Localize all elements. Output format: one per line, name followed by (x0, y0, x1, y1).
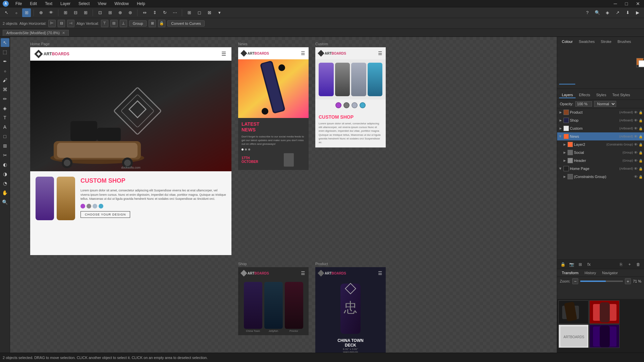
layer-homepage-sub[interactable]: ▶ (Constraints Group) 👁 🔒 (557, 173, 644, 181)
zoom-tool[interactable]: 🔍 (1, 198, 9, 206)
layer-arrow-shop[interactable]: ▶ (558, 118, 562, 122)
layer-camera-btn[interactable]: 📷 (568, 261, 575, 268)
menu-select[interactable]: Select (77, 1, 91, 7)
layer-group-btn[interactable]: ⊞ (577, 261, 584, 268)
artboard-tool[interactable]: ⬚ (1, 48, 9, 56)
thumb-2[interactable] (589, 300, 620, 324)
custom-hamburger[interactable]: ☰ (378, 51, 382, 56)
guides-btn[interactable]: ⊟ (71, 8, 80, 17)
layer-custom[interactable]: ▶ Custom (Artboard) 👁 🔒 (557, 124, 644, 132)
menu-view[interactable]: View (96, 1, 108, 7)
shadow-tool[interactable]: ◔ (1, 179, 9, 188)
layer-lock-homepage-sub[interactable]: 🔒 (639, 175, 643, 179)
pencil-tool[interactable]: ✏ (1, 95, 9, 103)
layer-eye-news[interactable]: 👁 (634, 134, 638, 138)
crop-tool[interactable]: ✂ (1, 151, 9, 160)
grid-btn[interactable]: ⊞ (61, 8, 70, 17)
dot2[interactable] (245, 148, 247, 150)
zoom-out-btn[interactable]: − (572, 278, 578, 284)
product-sm-hamburger[interactable]: ☰ (378, 270, 382, 276)
menu-layer[interactable]: Layer (59, 1, 72, 7)
swatch-teal[interactable] (360, 102, 366, 108)
swatch-gray[interactable] (343, 102, 350, 108)
more-btn[interactable]: ⋯ (170, 8, 179, 17)
swatch-purple[interactable] (335, 102, 341, 108)
ungroup-btn[interactable]: ⊞ (149, 20, 156, 27)
styles-tab[interactable]: Styles (593, 92, 609, 98)
align-bottom[interactable]: ⊥ (120, 20, 127, 27)
layer-product[interactable]: ▶ Product (Artboard) 👁 🔒 (557, 108, 644, 116)
view-mode-btn[interactable]: ⊞ (185, 8, 194, 17)
window-minimize[interactable]: ─ (612, 0, 619, 7)
dot-gray[interactable] (87, 204, 91, 208)
pointer-tool[interactable]: ↖ (1, 38, 9, 47)
node-edit-tool[interactable]: ⬦ (1, 66, 9, 75)
align-middle-v[interactable]: ⊟ (110, 20, 118, 27)
canvas-area[interactable]: Home Page ARTBOARDS ☰ (10, 37, 557, 353)
view-btn[interactable]: 👁 (47, 8, 55, 17)
layer-arrow-custom[interactable]: ▶ (558, 126, 562, 130)
zoom-in-btn[interactable]: + (625, 278, 631, 284)
layer-delete-btn[interactable]: 🗑 (635, 261, 642, 268)
align-center-h[interactable]: ⊟ (58, 20, 65, 27)
active-doc-tab[interactable]: ArtboardsSite [Modified] (70.8%) ✕ (3, 30, 69, 36)
layer-header[interactable]: ▶ Header (Group) 👁 🔒 (557, 157, 644, 165)
dot1[interactable] (241, 148, 244, 150)
close-tab-btn[interactable]: ✕ (62, 31, 65, 35)
layer-lock-header[interactable]: 🔒 (639, 159, 643, 163)
group-button[interactable]: Group (129, 20, 147, 26)
menu-file[interactable]: File (14, 1, 23, 7)
layer-eye-shop[interactable]: 👁 (634, 118, 638, 122)
dot3[interactable] (248, 148, 250, 150)
publish-btn[interactable]: ▶ (633, 8, 642, 17)
layer-lock-shop[interactable]: 🔒 (639, 119, 643, 122)
menu-window[interactable]: Window (113, 1, 130, 7)
layer-add-btn[interactable]: + (626, 261, 633, 268)
layer-eye-homepage-sub[interactable]: 👁 (634, 175, 638, 179)
hamburger-icon[interactable]: ☰ (221, 51, 226, 57)
history-tab[interactable]: History (582, 270, 599, 276)
layer-lock-btn[interactable]: 🔒 (559, 261, 567, 268)
search2-btn[interactable]: 🔍 (593, 8, 602, 17)
layer-eye-homepage[interactable]: 👁 (634, 167, 638, 171)
more2-btn[interactable]: ▾ (215, 8, 224, 17)
convert-curves-btn[interactable]: Convert to Curves (167, 20, 205, 26)
window-close[interactable]: ✕ (635, 0, 641, 7)
navigator-tab[interactable]: Navigator (599, 270, 621, 276)
transform-tool[interactable]: ⊞ (22, 8, 31, 17)
rulers-btn[interactable]: ⊞ (81, 8, 90, 17)
layer-lock-social[interactable]: 🔒 (639, 151, 643, 155)
layer-arrow-homepage-sub[interactable]: ▶ (562, 175, 567, 179)
layer-lock-product[interactable]: 🔒 (639, 111, 643, 114)
layer-arrow-header[interactable]: ▶ (562, 159, 567, 163)
shape-tool[interactable]: □ (1, 132, 9, 141)
news-hamburger[interactable]: ☰ (301, 51, 305, 56)
layer-lock-layer2[interactable]: 🔒 (639, 143, 643, 146)
text-styles-tab[interactable]: Text Styles (609, 92, 633, 98)
layer-fx-btn[interactable]: fx (585, 261, 593, 268)
lock-btn[interactable]: 🔒 (158, 20, 165, 27)
layer-lock-homepage[interactable]: 🔒 (639, 167, 643, 171)
window-maximize[interactable]: □ (624, 0, 629, 7)
fill-tool[interactable]: ◈ (1, 104, 9, 113)
menu-help[interactable]: Help (136, 1, 147, 7)
secondary-color[interactable] (639, 60, 644, 67)
layer-lock-news[interactable]: 🔒 (639, 135, 643, 138)
colour-tab[interactable]: Colour (559, 39, 575, 84)
stroke-tab[interactable]: Stroke (598, 39, 614, 84)
dot-teal[interactable] (99, 204, 103, 208)
select-tool[interactable]: ↖ (2, 8, 11, 17)
export-btn[interactable]: ⬇ (623, 8, 632, 17)
swatch-silver[interactable] (352, 102, 358, 108)
layer-news[interactable]: ▶ News (Artboard) 👁 🔒 (557, 132, 644, 140)
zoom-slider-track[interactable] (580, 281, 623, 282)
blend-mode-select[interactable]: Normal (594, 101, 616, 107)
layer-eye-custom[interactable]: 👁 (634, 126, 638, 130)
symbol-btn[interactable]: ⊛ (126, 8, 135, 17)
layer-shop[interactable]: ▶ Shop (Artboard) 👁 🔒 (557, 116, 644, 124)
align-btn[interactable]: ⊡ (96, 8, 104, 17)
layer-arrow-news[interactable]: ▶ (558, 134, 562, 138)
layer-social[interactable]: ▶ Social (Group) 👁 🔒 (557, 148, 644, 157)
frame-text-tool[interactable]: A (1, 123, 9, 131)
share-btn[interactable]: ↗ (613, 8, 622, 17)
